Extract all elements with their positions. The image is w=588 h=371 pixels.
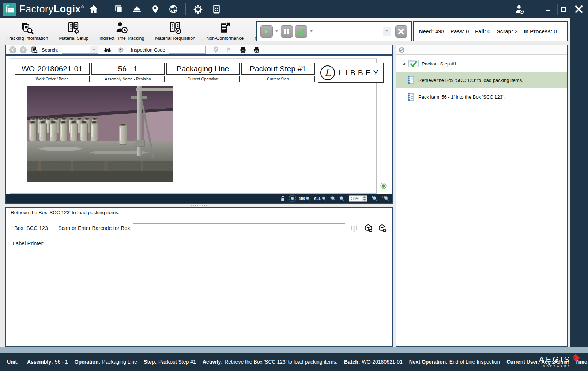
titlebar-divider: [106, 3, 106, 15]
auto-fit-button[interactable]: [380, 183, 387, 189]
material-requisition-label: Material Requisition: [155, 36, 195, 41]
material-setup-button[interactable]: Material Setup: [59, 21, 88, 41]
binoculars-icon: [103, 46, 112, 54]
non-conformance-label: Non-Conformance: [206, 36, 244, 41]
zoom-level-spinner[interactable]: 36%: [349, 195, 368, 202]
work-order-value: WO-20180621-01: [15, 63, 90, 75]
start-button[interactable]: [260, 25, 273, 38]
production-button[interactable]: [128, 0, 146, 18]
barcode-row: Box: SCC 123 Scan or Enter Barcode for B…: [6, 223, 392, 233]
document-page: WO-20180621-01 Work Order / Batch 56 - 1…: [10, 58, 377, 194]
home-icon: [88, 4, 99, 14]
factorylogix-logo-icon: [3, 3, 16, 16]
find-button[interactable]: [103, 46, 112, 54]
complete-button[interactable]: [295, 25, 307, 38]
status-assembly: Assembly:56 - 1: [27, 359, 68, 365]
indirect-time-tracking-button[interactable]: Indirect Time Tracking: [99, 21, 144, 41]
zoom-in-button[interactable]: +: [372, 196, 378, 201]
logout-user-button[interactable]: [510, 0, 529, 18]
registered-mark: ®: [81, 5, 84, 9]
horizontal-splitter[interactable]: [5, 204, 393, 207]
non-conformance-button[interactable]: Non-Conformance: [206, 21, 244, 41]
device-sync-icon: [212, 4, 221, 14]
stat-scrap: Scrap:2: [497, 29, 517, 34]
tree-node-packout-step[interactable]: Packout Step #1: [396, 55, 567, 72]
zoom-in-max-button[interactable]: ++: [381, 196, 389, 201]
print-button[interactable]: [239, 46, 247, 54]
tree-item-retrieve-box[interactable]: Retrieve the Box 'SCC 123' to load packi…: [396, 72, 567, 88]
splitter-grip: [191, 205, 208, 206]
aegis-wordmark: AEGIS: [539, 355, 571, 364]
header-cell-assembly: 56 - 1 Assembly Name - Revision: [91, 63, 165, 82]
libbey-logo: L LIBBEY: [318, 63, 384, 83]
material-requisition-button[interactable]: Material Requisition: [155, 21, 195, 41]
unit-combobox-value: [318, 27, 383, 36]
box-add-icon: [364, 224, 373, 232]
location-check-button[interactable]: [212, 46, 220, 54]
box-down-icon: [378, 224, 387, 232]
barcode-input[interactable]: [133, 223, 345, 233]
printer-icon: [253, 46, 260, 54]
zoom-out-max-button[interactable]: --: [330, 196, 336, 201]
settings-button[interactable]: [189, 0, 207, 18]
magnifier-icon: [305, 196, 310, 201]
tracking-information-button[interactable]: Tracking Information: [7, 21, 48, 41]
activity-title: Retrieve the Box 'SCC 123' to load packi…: [11, 210, 120, 215]
marquee-zoom-button[interactable]: [289, 195, 296, 202]
unlock-zoom-button[interactable]: [280, 196, 286, 202]
close-box-button[interactable]: [378, 224, 387, 232]
pause-button[interactable]: [281, 25, 293, 38]
defect-flag-button[interactable]: [226, 46, 233, 53]
close-button[interactable]: [573, 4, 585, 15]
marquee-zoom-icon: [289, 195, 296, 202]
status-activity: Activity:Retrieve the Box 'SCC 123' to l…: [203, 359, 338, 365]
minimize-button[interactable]: [542, 4, 554, 15]
unit-combobox-arrow[interactable]: [383, 27, 391, 36]
step-value: Packout Step #1: [241, 63, 315, 75]
search-label: Search:: [42, 47, 58, 53]
tracking-information-icon: [20, 21, 34, 35]
home-button[interactable]: [84, 0, 103, 18]
zoom-out-button[interactable]: -: [339, 196, 345, 201]
complete-dropdown-caret[interactable]: [310, 30, 313, 32]
back-button[interactable]: [9, 46, 16, 53]
documents-button[interactable]: [109, 0, 128, 18]
titlebar: FactoryLogix®: [0, 0, 588, 18]
header-cell-operation: Packaging Line Current Operation: [166, 63, 240, 82]
search-combobox[interactable]: [62, 46, 98, 54]
chevron-left-icon: [10, 48, 15, 52]
new-box-button[interactable]: [364, 224, 373, 232]
expander-icon[interactable]: [402, 62, 406, 65]
location-button[interactable]: [146, 0, 164, 18]
zoom-spin-down[interactable]: [362, 198, 367, 201]
start-dropdown-caret[interactable]: [275, 30, 278, 32]
window-bottom-band: [0, 347, 588, 353]
search-settings-button[interactable]: [117, 46, 124, 53]
minimize-icon: [544, 5, 552, 13]
document-search-button[interactable]: [30, 46, 38, 54]
sync-device-button[interactable]: [207, 0, 226, 18]
pause-icon: [283, 27, 291, 35]
search-combobox-arrow[interactable]: [90, 46, 98, 53]
tree-item-pack-item[interactable]: Pack item '56 - 1' into the Box 'SCC 123…: [396, 88, 567, 105]
forward-button[interactable]: [20, 46, 27, 53]
unit-combobox[interactable]: [318, 27, 391, 36]
web-button[interactable]: [164, 0, 182, 18]
material-setup-icon: [67, 21, 80, 35]
maximize-icon: [560, 6, 567, 13]
zoom-toolbar: 100 ALL -- - 36% + ++: [6, 194, 392, 203]
maximize-button[interactable]: [557, 4, 569, 15]
inspection-code-input[interactable]: [169, 46, 206, 54]
cancel-button[interactable]: [395, 25, 408, 38]
zoom-level-value: 36%: [349, 195, 362, 202]
assembly-value: 56 - 1: [91, 63, 165, 75]
zoom-all-button[interactable]: ALL: [314, 196, 326, 201]
no-selection-icon: [399, 47, 405, 53]
material-requisition-icon: [169, 21, 182, 35]
zoom-100-button[interactable]: 100: [299, 196, 311, 201]
zoom-spin-up[interactable]: [362, 196, 367, 198]
print-preview-button[interactable]: [253, 46, 260, 54]
documents-icon: [114, 4, 123, 14]
material-setup-label: Material Setup: [59, 36, 88, 41]
app-title-light: Factory: [19, 4, 54, 15]
